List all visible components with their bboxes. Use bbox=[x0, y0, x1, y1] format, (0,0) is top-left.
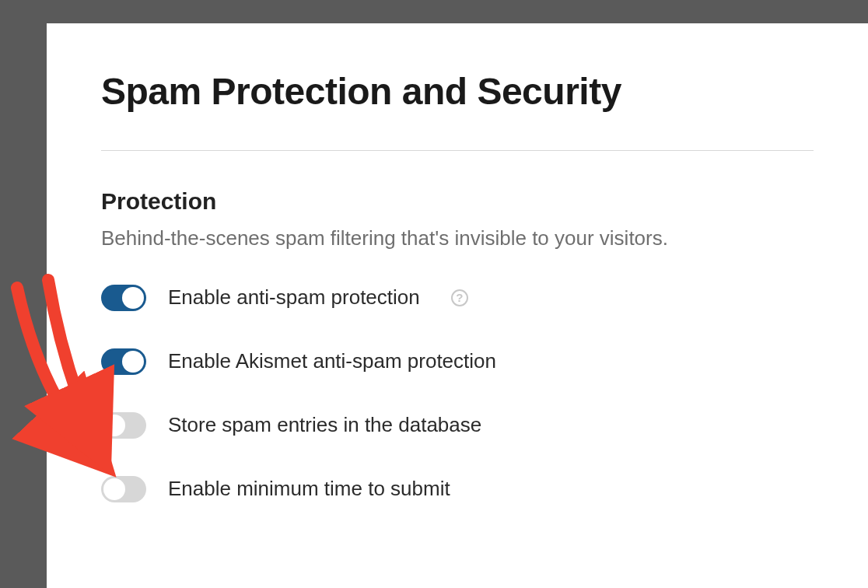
toggle-store-spam[interactable] bbox=[101, 412, 146, 439]
toggle-label-anti-spam: Enable anti-spam protection bbox=[168, 285, 420, 310]
help-icon[interactable]: ? bbox=[451, 289, 468, 306]
page-title: Spam Protection and Security bbox=[101, 70, 814, 113]
toggle-min-time[interactable] bbox=[101, 476, 146, 502]
toggle-row-akismet: Enable Akismet anti-spam protection bbox=[101, 348, 814, 375]
divider bbox=[101, 150, 814, 151]
toggle-label-akismet: Enable Akismet anti-spam protection bbox=[168, 349, 496, 373]
toggle-akismet[interactable] bbox=[101, 348, 146, 375]
toggle-row-anti-spam: Enable anti-spam protection ? bbox=[101, 285, 814, 311]
toggle-label-min-time: Enable minimum time to submit bbox=[168, 477, 450, 501]
toggle-label-store-spam: Store spam entries in the database bbox=[168, 413, 481, 437]
section-title-protection: Protection bbox=[101, 188, 814, 215]
section-desc-protection: Behind-the-scenes spam filtering that's … bbox=[101, 226, 814, 252]
settings-panel: Spam Protection and Security Protection … bbox=[47, 23, 868, 588]
toggle-row-store-spam: Store spam entries in the database bbox=[101, 412, 814, 439]
toggle-row-min-time: Enable minimum time to submit bbox=[101, 476, 814, 502]
toggle-anti-spam[interactable] bbox=[101, 285, 146, 311]
